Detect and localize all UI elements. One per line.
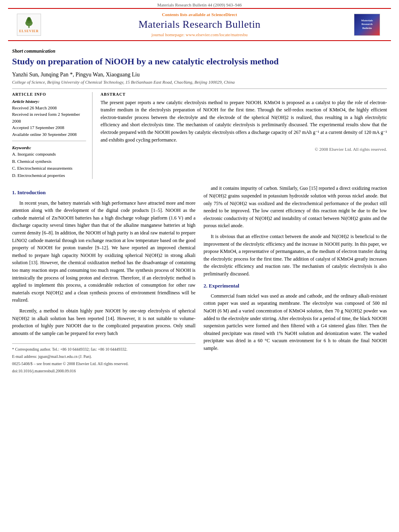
body-left-col: 1. Introduction In recent years, the bat… <box>12 185 195 374</box>
body-section2-para: Commercial foam nickel was used as anode… <box>204 292 387 352</box>
top-citation-bar: Materials Research Bulletin 44 (2009) 94… <box>0 0 399 8</box>
section2-heading: 2. Experimental <box>204 282 387 290</box>
authors-text: Yanzhi Sun, Junqing Pan *, Pingyu Wan, X… <box>12 72 140 78</box>
abstract-title: ABSTRACT <box>101 92 387 97</box>
journal-header-center: Contents lists available at ScienceDirec… <box>45 12 354 37</box>
elsevier-logo: ELSEVIER <box>13 14 45 36</box>
article-section-type: Short communication <box>12 48 387 54</box>
article-info-title: ARTICLE INFO <box>12 92 86 97</box>
section2-heading-text: 2. Experimental <box>204 283 239 289</box>
body-para-1: In recent years, the battery materials w… <box>12 199 195 304</box>
citation-text: Materials Research Bulletin 44 (2009) 94… <box>157 2 242 7</box>
body-right-col: and it contains impurity of carbon. Simi… <box>204 185 387 374</box>
sciencedirect-link-text[interactable]: ScienceDirect <box>211 12 237 17</box>
header-divider <box>12 88 387 89</box>
footnote-issn: 0025-5408/$ – see front matter © 2008 El… <box>12 361 195 367</box>
journal-header: ELSEVIER Contents lists available at Sci… <box>8 8 391 41</box>
footnote-area: * Corresponding author. Tel.: +86 10 644… <box>12 343 195 374</box>
body-right-para-1: and it contains impurity of carbon. Simi… <box>204 185 387 230</box>
received-date: Received 26 March 2008 Received in revis… <box>12 105 86 138</box>
elsevier-text: ELSEVIER <box>19 29 39 33</box>
svg-point-3 <box>27 17 31 21</box>
keywords-section: Keywords: A. Inorganic compounds B. Chem… <box>12 145 86 179</box>
main-content: Short communication Study on preparation… <box>0 41 399 382</box>
body-columns: 1. Introduction In recent years, the bat… <box>12 185 387 374</box>
article-info-col: ARTICLE INFO Article history: Received 2… <box>12 92 93 179</box>
journal-title: Materials Research Bulletin <box>45 18 354 31</box>
section1-heading-text: 1. Introduction <box>12 189 46 195</box>
abstract-text: The present paper reports a new catalyti… <box>101 99 387 144</box>
footnote-email: E-mail address: jqpan@mail.buct.edu.cn (… <box>12 353 195 359</box>
body-para-2: Recently, a method to obtain highly pure… <box>12 307 195 337</box>
keywords-label: Keywords: <box>12 145 86 150</box>
keyword-1: A. Inorganic compounds <box>12 151 86 158</box>
sciencedirect-line: Contents lists available at ScienceDirec… <box>45 12 354 17</box>
article-meta-row: ARTICLE INFO Article history: Received 2… <box>12 92 387 179</box>
elsevier-logo-box: ELSEVIER <box>17 14 41 36</box>
copyright-line: © 2008 Elsevier Ltd. All rights reserved… <box>101 147 387 152</box>
body-right-para-2: It is obvious that an effective contact … <box>204 233 387 278</box>
homepage-link[interactable]: www.elsevier.com/locate/matresbu <box>186 32 248 37</box>
affiliation: College of Science, Beijing University o… <box>12 80 387 84</box>
keyword-4: D. Electrochemical properties <box>12 172 86 179</box>
section1-heading: 1. Introduction <box>12 189 195 197</box>
elsevier-tree-icon <box>23 16 35 29</box>
footnote-doi: doi:10.1016/j.materresbull.2008.09.016 <box>12 368 195 374</box>
history-label: Article history: <box>12 99 86 104</box>
journal-homepage: journal homepage: www.elsevier.com/locat… <box>45 32 354 37</box>
keyword-3: C. Electrochemical measurements <box>12 165 86 172</box>
mrb-logo: MaterialsResearchBulletin <box>354 14 380 36</box>
info-divider <box>12 141 86 141</box>
page-wrapper: Materials Research Bulletin 44 (2009) 94… <box>0 0 399 532</box>
keyword-2: B. Chemical synthesis <box>12 158 86 165</box>
authors-line: Yanzhi Sun, Junqing Pan *, Pingyu Wan, X… <box>12 72 387 78</box>
article-title: Study on preparation of NiOOH by a new c… <box>12 56 387 68</box>
footnote-corresponding: * Corresponding author. Tel.: +86 10 644… <box>12 346 195 352</box>
mrb-logo-container: MaterialsResearchBulletin <box>354 14 386 36</box>
abstract-col: ABSTRACT The present paper reports a new… <box>101 92 387 179</box>
